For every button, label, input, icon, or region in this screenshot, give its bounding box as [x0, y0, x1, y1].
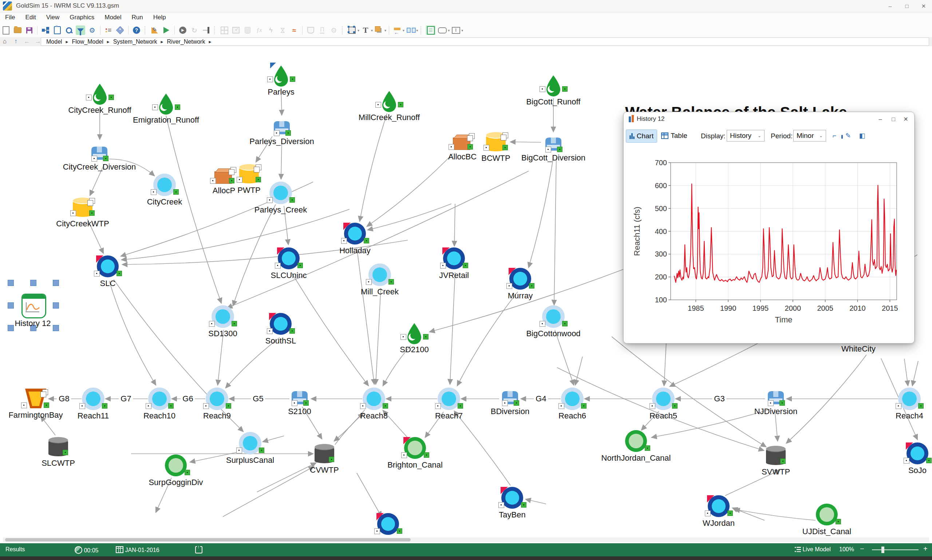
menu-help[interactable]: Help — [148, 12, 171, 23]
chart-options-icon[interactable]: ◧ — [857, 131, 867, 140]
import-icon[interactable] — [231, 25, 241, 35]
event-icon[interactable]: ϟ — [266, 25, 276, 35]
rounded-rect-icon[interactable] — [438, 25, 447, 35]
home-icon[interactable]: ⌂ — [0, 37, 9, 46]
selection-handle[interactable] — [53, 302, 59, 309]
table-icon — [661, 132, 669, 139]
breadcrumb-item-flow_model[interactable]: Flow_Model — [72, 38, 103, 45]
display-select[interactable]: History⌄ — [727, 130, 764, 142]
chart-edit-icon[interactable]: ✎ — [841, 131, 851, 140]
node-label-sojo: SoJo — [908, 466, 927, 475]
history12-minimize-button[interactable]: – — [874, 114, 886, 125]
open-file-icon[interactable] — [13, 25, 22, 35]
output-port — [467, 144, 473, 149]
node-label-tayben: TayBen — [499, 510, 525, 520]
selection-handle[interactable] — [8, 302, 14, 309]
new-file-icon[interactable] — [1, 25, 11, 35]
x-tick-label: 2000 — [785, 304, 801, 312]
selection-handle[interactable] — [30, 280, 36, 286]
back-icon[interactable]: ← — [22, 37, 32, 46]
delay-icon[interactable]: ⋈ — [278, 25, 287, 35]
auto-gear-icon[interactable]: ⚙ — [329, 25, 339, 35]
close-button[interactable]: ✕ — [915, 0, 932, 12]
tag-icon[interactable] — [116, 25, 125, 35]
maximize-button[interactable]: □ — [898, 0, 915, 12]
horizontal-scrollbar[interactable] — [3, 537, 929, 542]
function-icon[interactable]: ƒx — [254, 25, 264, 35]
zoom-slider-thumb[interactable] — [881, 546, 884, 553]
menu-graphics[interactable]: Graphics — [65, 12, 99, 23]
menu-model[interactable]: Model — [99, 12, 126, 23]
selection-handle[interactable] — [8, 280, 14, 286]
skip-to-end-icon[interactable]: ▶ — [178, 25, 188, 35]
minimize-button[interactable]: – — [882, 0, 898, 12]
spacing-icon[interactable] — [406, 25, 415, 35]
trash-icon[interactable] — [243, 25, 252, 35]
dropdown-arrow-icon[interactable]: ▾ — [461, 28, 463, 32]
selection-handle[interactable] — [8, 325, 14, 331]
axes-icon[interactable]: ⌐ — [830, 131, 839, 140]
table-tab[interactable]: Table — [659, 129, 690, 142]
text-field-icon[interactable]: I — [451, 25, 461, 35]
container-icon[interactable] — [306, 25, 315, 35]
node-label-reach5: Reach5 — [650, 411, 677, 421]
result-chart-icon[interactable]: ≈ — [290, 25, 299, 35]
history12-maximize-button[interactable]: □ — [887, 114, 900, 125]
connector-arrow — [575, 357, 582, 385]
breadcrumb-item-system_network[interactable]: System_Network — [113, 38, 157, 45]
history12-titlebar[interactable]: History 12 – □ ✕ — [624, 112, 914, 127]
menu-view[interactable]: View — [41, 12, 65, 23]
dropdown-arrow-icon[interactable]: ▾ — [371, 28, 373, 32]
save-file-icon[interactable] — [25, 25, 34, 35]
menu-file[interactable]: File — [0, 12, 20, 23]
selection-handle[interactable] — [53, 280, 59, 286]
gauge-label-g4: G4 — [534, 394, 548, 403]
zoom-in-button[interactable]: + — [923, 545, 927, 553]
output-port — [117, 271, 122, 276]
connector-arrow — [109, 281, 156, 385]
run-log-icon[interactable]: ≡ — [104, 25, 113, 35]
filter-icon[interactable] — [76, 25, 85, 35]
institution-icon[interactable]: Π — [317, 25, 327, 35]
zoom-slider[interactable] — [872, 549, 918, 550]
shapes-icon[interactable] — [374, 25, 384, 35]
insert-text-icon[interactable]: T — [361, 25, 370, 35]
browser-tree-icon[interactable] — [41, 25, 50, 35]
report-icon[interactable] — [426, 25, 435, 35]
horizontal-scrollbar-thumb[interactable] — [5, 538, 411, 542]
notes-icon[interactable] — [52, 25, 62, 35]
dashboard-grid-icon[interactable] — [220, 25, 229, 35]
chart-tab[interactable]: Chart — [626, 129, 657, 143]
bar-chart-icon — [630, 133, 635, 139]
y-tick-label: 600 — [655, 182, 667, 189]
dropdown-arrow-icon[interactable]: ▾ — [416, 28, 418, 32]
history12-window[interactable]: History 12 – □ ✕ Chart Table Display: Hi… — [623, 112, 915, 343]
time-slider[interactable] — [201, 25, 211, 35]
search-icon[interactable] — [64, 25, 74, 35]
up-icon[interactable]: ↑ — [11, 37, 20, 46]
node-label-holladay: Holladay — [339, 246, 371, 255]
breadcrumb-item-model[interactable]: Model — [46, 38, 62, 45]
menu-edit[interactable]: Edit — [20, 12, 41, 23]
options-gear-icon[interactable]: ⚙ — [87, 25, 97, 35]
zoom-out-button[interactable]: − — [860, 545, 864, 553]
status-flag-icon — [270, 63, 276, 68]
menu-run[interactable]: Run — [127, 12, 148, 23]
dropdown-arrow-icon[interactable]: ▾ — [448, 28, 450, 32]
period-select[interactable]: Minor⌄ — [793, 130, 826, 142]
run-model-icon[interactable] — [162, 25, 171, 35]
draw-rect-icon[interactable] — [347, 25, 357, 35]
dropdown-arrow-icon[interactable]: ▾ — [357, 28, 359, 32]
align-icon[interactable] — [393, 25, 402, 35]
history12-close-button[interactable]: ✕ — [900, 114, 912, 125]
help-icon[interactable]: ? — [132, 25, 141, 35]
input-port — [558, 403, 564, 409]
export-icon[interactable] — [195, 546, 202, 554]
node-label-bigcottonwood: BigCottonwood — [526, 329, 580, 338]
reset-icon[interactable]: ↻ — [189, 25, 199, 35]
dropdown-arrow-icon[interactable]: ▾ — [403, 28, 405, 32]
selection-handle[interactable] — [53, 325, 59, 331]
dropdown-arrow-icon[interactable]: ▾ — [384, 28, 386, 32]
edit-mode-icon[interactable] — [150, 25, 159, 35]
breadcrumb-item-river_network[interactable]: River_Network — [167, 38, 205, 45]
